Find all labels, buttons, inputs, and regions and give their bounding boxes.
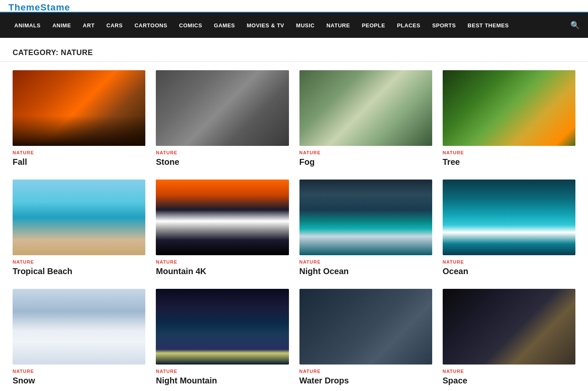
logo-bar: ThemeStame [0,0,588,13]
logo[interactable]: ThemeStame [8,2,70,13]
nav-link[interactable]: CARTOONS [129,14,173,37]
nav-link[interactable]: ANIME [47,14,77,37]
nav-link[interactable]: PEOPLE [356,14,391,37]
card: NATURESpace [443,289,575,386]
nav-item: ANIME [47,14,77,37]
nav-item: NATURE [320,14,356,37]
card: NATUREOcean [443,180,575,276]
card-image[interactable] [13,70,145,146]
nav-links: ANIMALSANIMEARTCARSCARTOONSCOMICSGAMESMO… [8,14,514,37]
cards-grid: NATUREFallNATUREStoneNATUREFogNATURETree… [0,70,588,386]
card-image[interactable] [443,289,575,365]
card-category: NATURE [13,369,145,374]
card-category: NATURE [299,259,432,264]
card-category: NATURE [156,369,289,374]
nav-link[interactable]: PLACES [391,14,426,37]
card-title[interactable]: Water Drops [299,376,432,386]
card-title[interactable]: Stone [156,157,289,167]
nav-link[interactable]: ART [77,14,100,37]
nav-item: COMICS [173,14,208,37]
nav-item: PLACES [391,14,426,37]
card-category: NATURE [13,150,145,155]
nav-link[interactable]: MUSIC [290,14,320,37]
card-title[interactable]: Ocean [443,267,575,276]
card-title[interactable]: Fall [13,157,145,167]
card: NATURESnow [13,289,145,386]
card: NATUREWater Drops [299,289,432,386]
nav-bar: ANIMALSANIMEARTCARSCARTOONSCOMICSGAMESMO… [0,13,588,38]
card: NATUREStone [156,70,289,167]
card: NATURENight Mountain [156,289,289,386]
card-image[interactable] [156,70,289,146]
nav-item: SPORTS [426,14,462,37]
card-category: NATURE [443,150,575,155]
card-title[interactable]: Night Ocean [299,267,432,276]
card-image[interactable] [299,289,432,365]
card: NATUREFog [299,70,432,167]
card-image[interactable] [299,70,432,146]
nav-item: CARTOONS [129,14,173,37]
card-category: NATURE [443,369,575,374]
nav-item: CARS [100,14,129,37]
nav-link[interactable]: COMICS [173,14,208,37]
card-image[interactable] [13,289,145,365]
card: NATURETree [443,70,575,167]
nav-item: ANIMALS [8,14,47,37]
card-title[interactable]: Tropical Beach [13,267,145,276]
card-category: NATURE [156,259,289,264]
nav-link[interactable]: GAMES [208,14,241,37]
card-category: NATURE [156,150,289,155]
nav-item: GAMES [208,14,241,37]
nav-link[interactable]: MOVIES & TV [241,14,290,37]
card-image[interactable] [299,180,432,255]
card-image[interactable] [13,180,145,255]
search-icon[interactable]: 🔍 [570,21,580,30]
card-image[interactable] [156,180,289,255]
nav-link[interactable]: BEST THEMES [462,14,514,37]
card-title[interactable]: Night Mountain [156,376,289,386]
card-title[interactable]: Tree [443,157,575,167]
card-title[interactable]: Snow [13,376,145,386]
nav-link[interactable]: CARS [100,14,129,37]
card-image[interactable] [156,289,289,365]
card-title[interactable]: Fog [299,157,432,167]
card-image[interactable] [443,70,575,146]
nav-item: BEST THEMES [462,14,514,37]
card-title[interactable]: Mountain 4K [156,267,289,276]
nav-item: PEOPLE [356,14,391,37]
card-image[interactable] [443,180,575,255]
nav-item: MUSIC [290,14,320,37]
nav-item: MOVIES & TV [241,14,290,37]
card: NATUREFall [13,70,145,167]
card-category: NATURE [13,259,145,264]
nav-item: ART [77,14,100,37]
card-category: NATURE [299,150,432,155]
card-category: NATURE [443,259,575,264]
card-title[interactable]: Space [443,376,575,386]
nav-link[interactable]: ANIMALS [8,14,47,37]
card-category: NATURE [299,369,432,374]
card: NATURENight Ocean [299,180,432,276]
card: NATURETropical Beach [13,180,145,276]
category-heading: CATEGORY: NATURE [0,38,588,62]
card: NATUREMountain 4K [156,180,289,276]
nav-link[interactable]: NATURE [320,14,356,37]
nav-link[interactable]: SPORTS [426,14,462,37]
